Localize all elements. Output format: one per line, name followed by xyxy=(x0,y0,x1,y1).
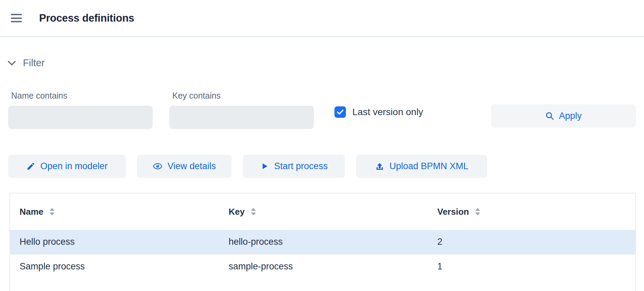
upload-icon xyxy=(375,162,384,171)
last-version-label: Last version only xyxy=(352,107,423,117)
play-icon xyxy=(260,162,269,171)
page-title: Process definitions xyxy=(39,12,134,24)
open-in-modeler-label: Open in modeler xyxy=(40,161,108,171)
name-contains-field-group: Name contains xyxy=(8,91,153,129)
column-header-version[interactable]: Version xyxy=(437,207,635,217)
table-row[interactable]: Sample process sample-process 1 xyxy=(10,254,635,279)
pencil-icon xyxy=(26,162,35,171)
column-header-name[interactable]: Name xyxy=(20,207,219,217)
cell-name: Hello process xyxy=(10,237,219,247)
apply-button[interactable]: Apply xyxy=(491,104,636,128)
sort-arrows-icon xyxy=(49,208,55,216)
column-header-key-label: Key xyxy=(229,207,245,217)
key-contains-label: Key contains xyxy=(172,91,314,101)
sort-arrows-icon xyxy=(251,208,256,216)
cell-version: 2 xyxy=(428,237,635,247)
hamburger-menu-icon[interactable] xyxy=(11,14,22,22)
column-header-key[interactable]: Key xyxy=(229,207,428,217)
table-header-row: Name Key Version xyxy=(10,193,635,230)
cell-key: hello-process xyxy=(219,237,428,247)
name-contains-label: Name contains xyxy=(11,91,153,101)
apply-button-label: Apply xyxy=(559,111,582,121)
cell-key: sample-process xyxy=(219,261,428,272)
eye-icon xyxy=(153,161,163,171)
filter-form: Name contains Key contains Last version … xyxy=(0,91,644,129)
key-contains-field-group: Key contains xyxy=(169,91,314,129)
start-process-label: Start process xyxy=(274,161,328,171)
view-details-label: View details xyxy=(168,161,216,171)
actions-toolbar: Open in modeler View details Start proce… xyxy=(8,155,644,178)
column-header-version-label: Version xyxy=(437,207,469,217)
search-icon xyxy=(545,111,554,121)
open-in-modeler-button[interactable]: Open in modeler xyxy=(8,155,126,178)
table-row[interactable]: Hello process hello-process 2 xyxy=(10,230,635,254)
upload-bpmn-label: Upload BPMN XML xyxy=(389,161,468,171)
process-definitions-table: Name Key Version xyxy=(9,193,636,291)
last-version-checkbox-group[interactable]: Last version only xyxy=(334,106,423,118)
cell-name: Sample process xyxy=(10,261,219,272)
filter-section-label: Filter xyxy=(23,57,45,69)
chevron-down-icon xyxy=(8,61,16,65)
upload-bpmn-button[interactable]: Upload BPMN XML xyxy=(356,155,487,178)
column-header-name-label: Name xyxy=(20,207,43,217)
sort-arrows-icon xyxy=(475,208,480,216)
view-details-button[interactable]: View details xyxy=(137,155,232,178)
key-contains-input[interactable] xyxy=(169,106,314,129)
last-version-checkbox[interactable] xyxy=(334,106,346,118)
start-process-button[interactable]: Start process xyxy=(243,155,345,178)
app-header: Process definitions xyxy=(0,0,644,37)
cell-version: 1 xyxy=(428,261,635,272)
check-icon xyxy=(336,109,344,115)
filter-section-toggle[interactable]: Filter xyxy=(8,57,644,69)
name-contains-input[interactable] xyxy=(8,106,153,129)
